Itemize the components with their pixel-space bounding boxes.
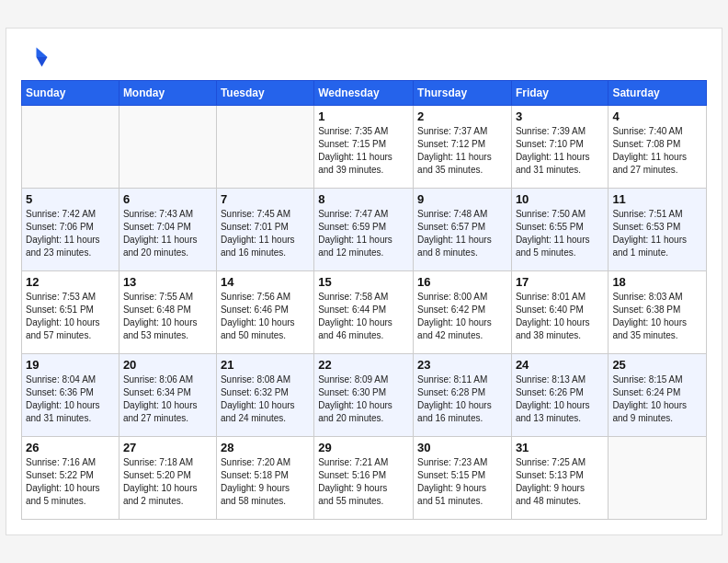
cell-text: Daylight: 11 hours — [417, 234, 507, 247]
cell-text: Daylight: 11 hours — [221, 234, 310, 247]
cell-text: Sunrise: 7:23 AM — [417, 456, 507, 469]
calendar-cell: 30Sunrise: 7:23 AMSunset: 5:15 PMDayligh… — [414, 437, 512, 520]
day-number: 22 — [318, 358, 409, 372]
calendar-cell — [119, 106, 216, 189]
day-header-saturday: Saturday — [609, 81, 707, 106]
cell-text: and 5 minutes. — [516, 247, 604, 259]
cell-text: and 13 minutes. — [516, 412, 604, 425]
cell-text: Sunset: 6:24 PM — [612, 386, 702, 399]
cell-text: Sunrise: 7:16 AM — [26, 456, 115, 469]
cell-text: and 24 minutes. — [221, 412, 310, 425]
calendar-cell: 16Sunrise: 8:00 AMSunset: 6:42 PMDayligh… — [414, 271, 512, 354]
cell-text: Sunrise: 7:47 AM — [318, 208, 409, 221]
cell-text: Daylight: 10 hours — [26, 316, 115, 329]
cell-text: Daylight: 10 hours — [417, 399, 507, 412]
day-number: 15 — [318, 275, 409, 289]
day-number: 21 — [221, 358, 310, 372]
cell-text: Daylight: 10 hours — [417, 316, 507, 329]
calendar-cell: 12Sunrise: 7:53 AMSunset: 6:51 PMDayligh… — [22, 271, 119, 354]
cell-text: and 20 minutes. — [318, 412, 409, 425]
cell-text: Daylight: 11 hours — [123, 234, 212, 247]
cell-text: Daylight: 10 hours — [612, 316, 702, 329]
calendar-cell: 14Sunrise: 7:56 AMSunset: 6:46 PMDayligh… — [216, 271, 313, 354]
svg-marker-1 — [37, 57, 48, 67]
cell-text: Daylight: 10 hours — [26, 399, 115, 412]
cell-text: Sunset: 5:18 PM — [221, 469, 310, 482]
day-number: 4 — [612, 109, 702, 123]
cell-text: and 1 minute. — [612, 247, 702, 259]
cell-text: Sunset: 6:55 PM — [516, 221, 604, 234]
cell-text: Sunrise: 7:25 AM — [516, 456, 604, 469]
logo — [21, 43, 52, 71]
calendar-cell: 18Sunrise: 8:03 AMSunset: 6:38 PMDayligh… — [609, 271, 707, 354]
day-number: 1 — [318, 109, 409, 123]
cell-text: Sunrise: 8:09 AM — [318, 373, 409, 386]
cell-text: Daylight: 10 hours — [123, 316, 212, 329]
cell-text: and 42 minutes. — [417, 329, 507, 342]
cell-text: Sunrise: 7:43 AM — [123, 208, 212, 221]
calendar-cell: 21Sunrise: 8:08 AMSunset: 6:32 PMDayligh… — [216, 354, 313, 437]
day-number: 19 — [26, 358, 115, 372]
calendar-cell: 19Sunrise: 8:04 AMSunset: 6:36 PMDayligh… — [22, 354, 119, 437]
cell-text: Sunset: 5:16 PM — [318, 469, 409, 482]
calendar-table: SundayMondayTuesdayWednesdayThursdayFrid… — [21, 80, 707, 520]
cell-text: and 23 minutes. — [26, 247, 115, 259]
logo-icon — [21, 43, 49, 71]
cell-text: and 53 minutes. — [123, 329, 212, 342]
cell-text: Daylight: 10 hours — [516, 316, 604, 329]
calendar-container: SundayMondayTuesdayWednesdayThursdayFrid… — [6, 28, 722, 535]
cell-text: Daylight: 9 hours — [221, 482, 310, 495]
cell-text: Sunrise: 7:35 AM — [318, 125, 409, 138]
cell-text: Sunrise: 7:45 AM — [221, 208, 310, 221]
day-header-tuesday: Tuesday — [216, 81, 313, 106]
calendar-cell — [609, 437, 707, 520]
cell-text: Sunrise: 7:48 AM — [417, 208, 507, 221]
cell-text: Daylight: 11 hours — [26, 234, 115, 247]
day-number: 28 — [221, 441, 310, 454]
cell-text: Daylight: 11 hours — [516, 234, 604, 247]
day-header-wednesday: Wednesday — [314, 81, 414, 106]
calendar-cell: 3Sunrise: 7:39 AMSunset: 7:10 PMDaylight… — [511, 106, 608, 189]
cell-text: Sunset: 7:01 PM — [221, 221, 310, 234]
cell-text: Sunrise: 7:39 AM — [516, 125, 604, 138]
cell-text: Sunrise: 7:20 AM — [221, 456, 310, 469]
calendar-cell: 31Sunrise: 7:25 AMSunset: 5:13 PMDayligh… — [511, 437, 608, 520]
cell-text: Daylight: 11 hours — [318, 234, 409, 247]
day-number: 30 — [417, 441, 507, 454]
cell-text: and 8 minutes. — [417, 247, 507, 259]
cell-text: and 38 minutes. — [516, 329, 604, 342]
cell-text: Sunset: 7:15 PM — [318, 138, 409, 151]
cell-text: Sunset: 6:32 PM — [221, 386, 310, 399]
cell-text: Sunset: 6:59 PM — [318, 221, 409, 234]
cell-text: Sunset: 6:28 PM — [417, 386, 507, 399]
cell-text: Sunset: 5:20 PM — [123, 469, 212, 482]
cell-text: Sunrise: 8:01 AM — [516, 291, 604, 304]
cell-text: Sunset: 6:36 PM — [26, 386, 115, 399]
cell-text: and 31 minutes. — [26, 412, 115, 425]
day-number: 18 — [612, 275, 702, 289]
day-number: 26 — [26, 441, 115, 454]
calendar-cell: 13Sunrise: 7:55 AMSunset: 6:48 PMDayligh… — [119, 271, 216, 354]
cell-text: Sunset: 5:15 PM — [417, 469, 507, 482]
day-number: 2 — [417, 109, 507, 123]
cell-text: and 5 minutes. — [26, 495, 115, 508]
cell-text: and 50 minutes. — [221, 329, 310, 342]
day-number: 31 — [516, 441, 604, 454]
cell-text: and 9 minutes. — [612, 412, 702, 425]
cell-text: Sunrise: 7:37 AM — [417, 125, 507, 138]
cell-text: Daylight: 10 hours — [516, 399, 604, 412]
cell-text: Daylight: 11 hours — [318, 151, 409, 164]
day-number: 8 — [318, 192, 409, 206]
cell-text: Daylight: 10 hours — [221, 399, 310, 412]
cell-text: Sunrise: 8:11 AM — [417, 373, 507, 386]
calendar-cell: 24Sunrise: 8:13 AMSunset: 6:26 PMDayligh… — [511, 354, 608, 437]
day-header-friday: Friday — [511, 81, 608, 106]
cell-text: Daylight: 9 hours — [516, 482, 604, 495]
cell-text: and 58 minutes. — [221, 495, 310, 508]
cell-text: Sunrise: 7:53 AM — [26, 291, 115, 304]
calendar-cell: 2Sunrise: 7:37 AMSunset: 7:12 PMDaylight… — [414, 106, 512, 189]
calendar-cell: 23Sunrise: 8:11 AMSunset: 6:28 PMDayligh… — [414, 354, 512, 437]
cell-text: Sunset: 6:44 PM — [318, 304, 409, 316]
day-number: 23 — [417, 358, 507, 372]
cell-text: Daylight: 10 hours — [123, 482, 212, 495]
